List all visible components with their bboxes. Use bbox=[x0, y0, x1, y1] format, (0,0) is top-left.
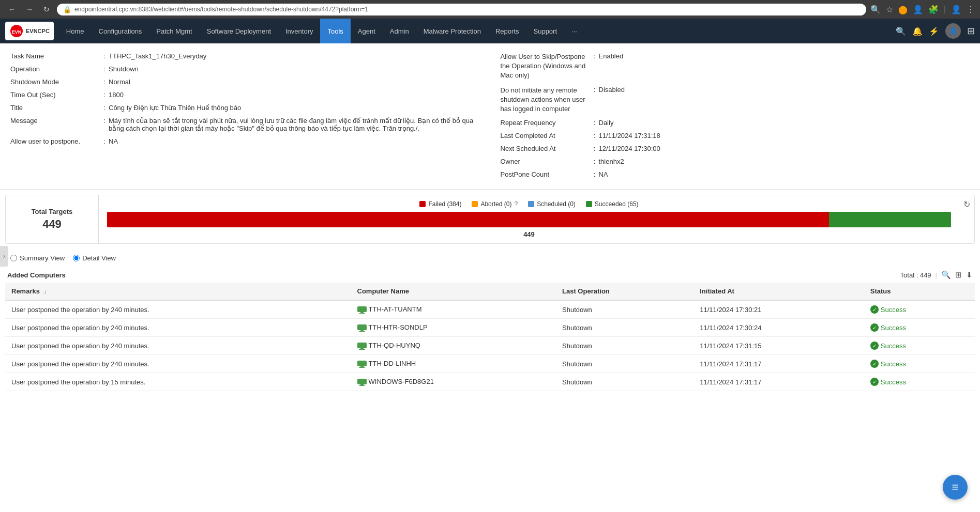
total-badge: Total : 449 bbox=[900, 271, 931, 279]
success-check-icon: ✓ bbox=[870, 305, 879, 314]
owner-row: Owner : thienhx2 bbox=[501, 155, 970, 168]
detail-view-option[interactable]: Detail View bbox=[73, 254, 116, 262]
nav-software-deployment[interactable]: Software Deployment bbox=[200, 19, 278, 43]
detail-view-radio[interactable] bbox=[73, 255, 80, 261]
url-text: endpointcentral.cpc.vn:8383/webclient#/u… bbox=[74, 6, 368, 13]
summary-view-radio[interactable] bbox=[10, 255, 17, 261]
cell-computer-name[interactable]: TTH-DD-LINHH bbox=[351, 355, 556, 373]
nav-inventory[interactable]: Inventory bbox=[278, 19, 320, 43]
url-bar[interactable]: 🔒 endpointcentral.cpc.vn:8383/webclient#… bbox=[57, 4, 866, 15]
star-icon[interactable]: ☆ bbox=[886, 5, 893, 14]
aborted-help-icon[interactable]: ? bbox=[514, 200, 518, 208]
success-check-icon: ✓ bbox=[870, 323, 879, 332]
col-remarks: Remarks ↓ bbox=[5, 283, 351, 300]
nav-home[interactable]: Home bbox=[59, 19, 92, 43]
search-nav-icon[interactable]: 🔍 bbox=[896, 26, 906, 36]
last-completed-row: Last Completed At : 11/11/2024 17:31:18 bbox=[501, 129, 970, 142]
chart-bar-area: Failed (384) Aborted (0) ? Scheduled (0)… bbox=[99, 195, 959, 243]
next-scheduled-label: Next Scheduled At bbox=[501, 145, 594, 152]
title-value: Công ty Điện lực Thừa Thiên Huế thông bá… bbox=[109, 104, 480, 112]
nav-more[interactable]: ··· bbox=[564, 19, 584, 43]
task-name-value: TTHPC_Task1_17h30_Everyday bbox=[109, 52, 480, 60]
allow-skip-label: Allow User to Skip/Postpone the Operatio… bbox=[501, 52, 594, 81]
message-label: Message bbox=[10, 117, 103, 125]
title-row: Title : Công ty Điện lực Thừa Thiên Huế … bbox=[10, 101, 480, 114]
user-icon[interactable]: 👤 bbox=[951, 5, 961, 14]
menu-icon[interactable]: ⋮ bbox=[967, 5, 975, 14]
svg-rect-15 bbox=[360, 384, 364, 385]
cell-initiated-at: 11/11/2024 17:30:24 bbox=[693, 319, 864, 337]
nav-agent[interactable]: Agent bbox=[351, 19, 383, 43]
status-success: ✓Success bbox=[870, 378, 969, 386]
postpone-count-row: PostPone Count : NA bbox=[501, 168, 970, 181]
back-button[interactable]: ← bbox=[5, 3, 19, 15]
nav-admin[interactable]: Admin bbox=[383, 19, 416, 43]
svg-rect-12 bbox=[360, 366, 364, 367]
extensions-icon[interactable]: 🧩 bbox=[928, 5, 939, 14]
nav-patch-mgmt[interactable]: Patch Mgmt bbox=[149, 19, 199, 43]
table-export-icon[interactable]: ⬇ bbox=[966, 270, 973, 280]
computer-icon bbox=[357, 378, 369, 385]
table-section: Added Computers Total : 449 | 🔍 ⊞ ⬇ Rema… bbox=[0, 267, 980, 391]
nav-configurations[interactable]: Configurations bbox=[92, 19, 149, 43]
lightning-icon[interactable]: ⚡ bbox=[929, 26, 939, 36]
status-success: ✓Success bbox=[870, 342, 969, 350]
summary-view-option[interactable]: Summary View bbox=[10, 254, 65, 262]
summary-view-label: Summary View bbox=[20, 254, 65, 262]
svg-rect-6 bbox=[360, 330, 364, 331]
profile-icon[interactable]: 👤 bbox=[913, 5, 923, 14]
nav-malware-protection[interactable]: Malware Protection bbox=[416, 19, 488, 43]
succeeded-dot bbox=[586, 201, 592, 207]
total-targets-value: 449 bbox=[42, 218, 62, 231]
sort-arrow-remarks[interactable]: ↓ bbox=[44, 288, 47, 294]
cell-computer-name[interactable]: TTH-AT-TUANTM bbox=[351, 300, 556, 319]
svg-rect-9 bbox=[360, 348, 364, 349]
forward-button[interactable]: → bbox=[23, 3, 36, 15]
chart-refresh-button[interactable]: ↻ bbox=[959, 195, 974, 213]
table-search-icon[interactable]: 🔍 bbox=[941, 270, 951, 280]
color-icon[interactable]: ⬤ bbox=[898, 5, 908, 14]
svg-rect-3 bbox=[360, 312, 364, 313]
sidebar-toggle[interactable]: › bbox=[0, 246, 8, 267]
nav-support[interactable]: Support bbox=[526, 19, 565, 43]
allow-postpone-label: Allow user to postpone. bbox=[10, 137, 103, 145]
last-completed-label: Last Completed At bbox=[501, 132, 594, 139]
svg-rect-10 bbox=[359, 349, 365, 350]
cell-computer-name[interactable]: TTH-HTR-SONDLP bbox=[351, 319, 556, 337]
apps-grid-icon[interactable]: ⊞ bbox=[967, 25, 975, 37]
bell-icon[interactable]: 🔔 bbox=[912, 26, 923, 36]
title-label: Title bbox=[10, 104, 103, 112]
nav-reports[interactable]: Reports bbox=[488, 19, 526, 43]
detail-view-label: Detail View bbox=[82, 254, 116, 262]
status-success: ✓Success bbox=[870, 305, 969, 314]
computer-icon bbox=[357, 360, 369, 367]
svg-rect-5 bbox=[357, 324, 367, 330]
cell-last-operation: Shutdown bbox=[556, 300, 693, 319]
chart-legend: Failed (384) Aborted (0) ? Scheduled (0)… bbox=[419, 200, 638, 208]
table-columns-icon[interactable]: ⊞ bbox=[955, 270, 962, 280]
nav-tools[interactable]: Tools bbox=[320, 19, 350, 43]
view-options: Summary View Detail View bbox=[0, 249, 980, 267]
fab-button[interactable]: ≡ bbox=[943, 475, 968, 500]
details-section: Task Name : TTHPC_Task1_17h30_Everyday O… bbox=[0, 43, 980, 190]
bar-segment bbox=[829, 212, 951, 227]
computer-icon bbox=[357, 305, 369, 313]
chart-body: Total Targets 449 Failed (384) Aborted (… bbox=[6, 195, 974, 243]
cell-last-operation: Shutdown bbox=[556, 319, 693, 337]
chart-total-area: Total Targets 449 bbox=[6, 195, 99, 243]
refresh-button[interactable]: ↻ bbox=[40, 3, 53, 15]
svg-rect-16 bbox=[359, 385, 365, 386]
repeat-freq-value: Daily bbox=[599, 119, 970, 127]
separator: | bbox=[944, 5, 946, 14]
table-head-row: Remarks ↓ Computer Name Last Operation I… bbox=[5, 283, 975, 300]
legend-failed: Failed (384) bbox=[419, 200, 461, 208]
logo[interactable]: EVN EVNCPC bbox=[5, 22, 54, 40]
search-icon[interactable]: 🔍 bbox=[870, 5, 881, 14]
failed-label: Failed (384) bbox=[428, 200, 461, 208]
avatar[interactable]: 👤 bbox=[945, 23, 961, 39]
cell-computer-name[interactable]: TTH-QD-HUYNQ bbox=[351, 337, 556, 355]
do-not-initiate-value: Disabled bbox=[599, 86, 970, 94]
table-row: User postponed the operation by 240 minu… bbox=[5, 319, 975, 337]
cell-computer-name[interactable]: WINDOWS-F6D8G21 bbox=[351, 373, 556, 391]
operation-value: Shutdown bbox=[109, 65, 480, 73]
